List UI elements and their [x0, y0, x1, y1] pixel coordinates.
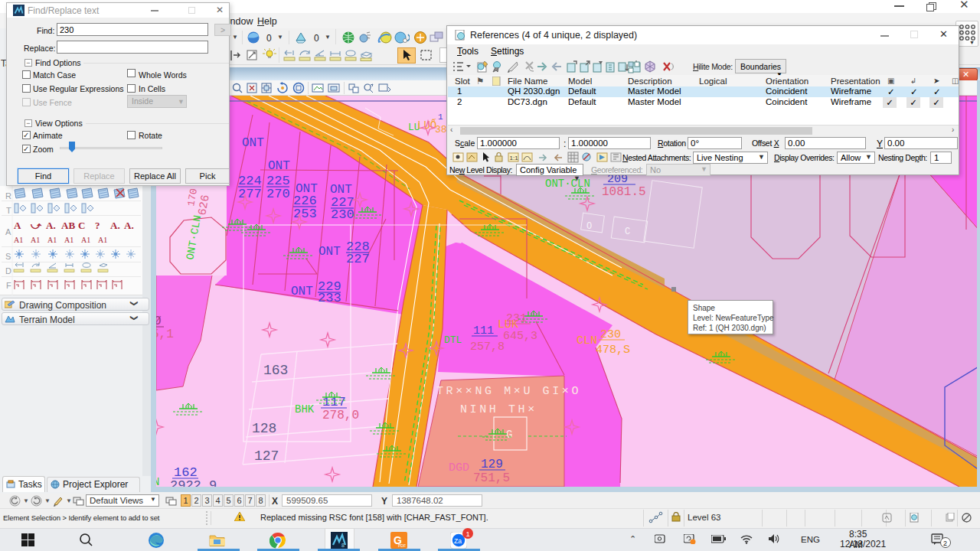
svg-text:TR××NG M×U GI×O: TR××NG M×U GI×O — [436, 385, 581, 398]
svg-text:C: C — [78, 220, 85, 231]
svg-text:BHK: BHK — [295, 403, 315, 416]
svg-text:2: 2 — [943, 540, 947, 547]
svg-text:751,5: 751,5 — [473, 471, 510, 485]
svg-text:O: O — [586, 221, 592, 232]
svg-text:270: 270 — [266, 187, 290, 201]
svg-text:163: 163 — [263, 363, 288, 378]
svg-text:A1: A1 — [31, 236, 40, 244]
svg-text:C: C — [625, 227, 630, 237]
svg-text:Za: Za — [454, 537, 462, 545]
svg-text:ONT: ONT — [242, 136, 264, 150]
svg-text:277: 277 — [238, 187, 262, 201]
svg-text:5,1: 5,1 — [156, 328, 174, 341]
svg-text:ONT: ONT — [318, 245, 341, 259]
svg-text:A.: A. — [124, 220, 134, 231]
svg-text:278,0: 278,0 — [322, 409, 359, 422]
svg-text:A.: A. — [46, 220, 56, 231]
svg-text:253: 253 — [293, 207, 317, 221]
svg-text:2922,9: 2922,9 — [170, 478, 217, 487]
svg-text:233: 233 — [318, 291, 341, 305]
svg-text:G: G — [506, 429, 512, 441]
svg-text:129: 129 — [481, 458, 503, 471]
svg-text:A1: A1 — [64, 236, 74, 244]
svg-text:ONT: ONT — [291, 285, 313, 298]
svg-text:A: A — [14, 220, 21, 231]
svg-text:1: 1 — [466, 530, 470, 538]
svg-text:A1: A1 — [81, 236, 90, 244]
svg-text:A.: A. — [110, 220, 120, 231]
svg-text:A1: A1 — [98, 236, 107, 244]
svg-text:127: 127 — [254, 448, 279, 464]
svg-text:1: 1 — [438, 112, 443, 122]
svg-text:478,S: 478,S — [596, 344, 630, 357]
svg-text:?: ? — [95, 220, 100, 231]
svg-text:DTL: DTL — [444, 334, 462, 346]
svg-text:227: 227 — [346, 252, 370, 266]
svg-text:CLN: CLN — [577, 334, 597, 347]
svg-text:ONT: ONT — [268, 159, 290, 173]
svg-text:1081.5: 1081.5 — [602, 185, 646, 199]
svg-text:128: 128 — [252, 421, 276, 436]
svg-text:A1: A1 — [14, 236, 23, 244]
svg-text:645,3: 645,3 — [503, 330, 537, 343]
svg-text:38: 38 — [435, 124, 447, 135]
svg-text:257,8: 257,8 — [470, 341, 505, 354]
svg-text:8: 8 — [341, 543, 345, 548]
svg-text:A1: A1 — [47, 236, 57, 244]
svg-text:N: N — [156, 476, 159, 487]
svg-text:ONT·CLN: ONT·CLN — [545, 178, 590, 190]
svg-text:PDF: PDF — [398, 543, 406, 548]
svg-text:⤻: ⤻ — [31, 220, 42, 231]
svg-text:230: 230 — [331, 207, 354, 222]
svg-text:Ø: Ø — [156, 315, 162, 328]
svg-text:DGD: DGD — [449, 461, 469, 474]
svg-text:NINH TH×: NINH TH× — [460, 403, 537, 416]
svg-text:AB: AB — [61, 220, 75, 231]
